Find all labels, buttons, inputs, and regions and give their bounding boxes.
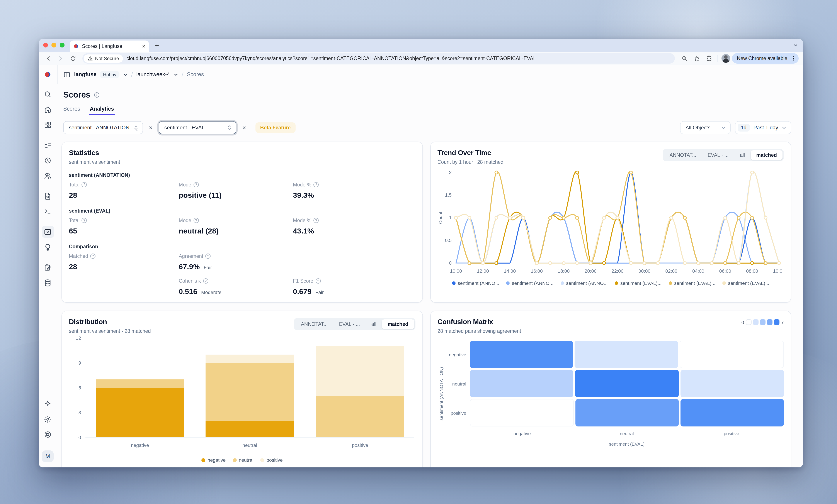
tab-list-chevron-down-icon[interactable]	[794, 41, 798, 49]
tab-scores[interactable]: Scores	[63, 106, 80, 115]
info-icon[interactable]	[94, 92, 100, 98]
browser-tab[interactable]: Scores | Langfuse ✕	[70, 40, 149, 52]
app-header: langfuse Hobby / launchweek-4 / Scores	[39, 66, 803, 84]
sidebar-item-sparkle-icon[interactable]	[42, 398, 54, 410]
breadcrumb-section: Scores	[187, 71, 204, 77]
svg-text:14:00: 14:00	[503, 268, 516, 274]
help-icon[interactable]: ?	[90, 254, 95, 259]
sidebar-item-support-icon[interactable]	[42, 428, 54, 441]
sidebar-item-prompts-icon[interactable]	[42, 190, 54, 202]
segment-option[interactable]: ANNOTAT...	[295, 319, 333, 329]
sidebar-item-evaluation-icon[interactable]	[42, 241, 54, 253]
matrix-row-label: neutral	[444, 370, 470, 397]
tab-close-icon[interactable]: ✕	[142, 44, 146, 49]
sidebar-item-datasets-icon[interactable]	[42, 277, 54, 289]
svg-text:22:00: 22:00	[611, 268, 623, 274]
remove-score2-icon[interactable]: ✕	[239, 123, 249, 133]
tab-analytics[interactable]: Analytics	[90, 106, 114, 115]
svg-text:1: 1	[449, 215, 451, 220]
sidebar-item-users-icon[interactable]	[42, 169, 54, 182]
extensions-puzzle-icon[interactable]	[704, 53, 714, 63]
sidebar-item-scores-icon[interactable]	[42, 226, 54, 238]
help-icon[interactable]: ?	[206, 254, 211, 259]
scale-swatch	[753, 319, 759, 325]
help-icon[interactable]: ?	[194, 182, 199, 187]
browser-window: Scores | Langfuse ✕ + Not Secure	[39, 39, 803, 467]
sidebar-item-settings-icon[interactable]	[42, 413, 54, 425]
help-icon[interactable]: ?	[203, 278, 208, 284]
svg-text:08:00: 08:00	[746, 268, 758, 274]
minimize-window-button[interactable]	[51, 42, 56, 47]
segment-option[interactable]: EVAL · ...	[702, 150, 734, 160]
matrix-col-label: negative	[470, 431, 574, 436]
svg-text:10:00: 10:00	[450, 268, 462, 274]
segment-option[interactable]: ANNOTAT...	[664, 150, 702, 160]
filters-row: sentiment · ANNOTATION ✕ sentiment · EVA…	[61, 121, 791, 134]
sidebar-item-annotation-icon[interactable]	[42, 261, 54, 274]
segment-option[interactable]: EVAL · ...	[334, 319, 366, 329]
sidebar-item-sessions-icon[interactable]	[42, 154, 54, 166]
statistics-card: Statistics sentiment vs sentiment sentim…	[61, 142, 423, 303]
project-chevron-down-icon[interactable]	[174, 72, 178, 77]
back-icon[interactable]	[43, 53, 54, 63]
scale-swatch	[746, 319, 751, 325]
browser-menu-kebab-icon[interactable]	[790, 55, 797, 62]
bookmark-star-icon[interactable]	[692, 53, 702, 63]
sidebar-item-home-icon[interactable]	[42, 103, 54, 115]
matrix-cell-negative-positive	[680, 341, 784, 368]
zoom-search-icon[interactable]	[679, 53, 690, 63]
user-avatar[interactable]: M	[42, 450, 54, 462]
remove-score1-icon[interactable]: ✕	[146, 123, 156, 133]
legend-item: sentiment (ANNO...	[452, 281, 499, 286]
stat-f1: F1 Score? 0.679Fair	[293, 278, 415, 296]
reload-icon[interactable]	[68, 53, 78, 63]
sidebar-item-playground-icon[interactable]	[42, 205, 54, 217]
forward-icon[interactable]	[55, 53, 66, 63]
sidebar-item-tracing-icon[interactable]	[42, 139, 54, 151]
sidebar-item-search-icon[interactable]	[42, 88, 54, 100]
section-caption: sentiment (EVAL)	[69, 208, 415, 213]
help-icon[interactable]: ?	[82, 218, 87, 223]
sidebar-item-dashboard-icon[interactable]	[42, 118, 54, 131]
score1-select[interactable]: sentiment · ANNOTATION	[63, 121, 143, 134]
segment-option[interactable]: matched	[750, 150, 783, 160]
breadcrumb-project[interactable]: launchweek-4	[136, 71, 170, 77]
url-bar[interactable]: Not Secure cloud.langfuse.com/project/cm…	[83, 53, 675, 63]
zoom-window-button[interactable]	[60, 42, 65, 47]
stat-total: Total? 28	[69, 182, 179, 200]
browser-tab-strip: Scores | Langfuse ✕ +	[39, 39, 803, 52]
close-window-button[interactable]	[43, 42, 48, 47]
segment-option[interactable]: all	[366, 319, 382, 329]
matrix-cell-positive-neutral	[576, 399, 679, 427]
help-icon[interactable]: ?	[315, 278, 321, 284]
object-type-select[interactable]: All Objects	[680, 121, 730, 134]
confusion-matrix: sentiment (ANNOTATION) negativeneutralpo…	[438, 341, 784, 447]
breadcrumb-org[interactable]: langfuse	[74, 71, 96, 77]
svg-text:2: 2	[449, 170, 451, 175]
screen: Scores | Langfuse ✕ + Not Secure	[0, 0, 837, 504]
card-title: Confusion Matrix	[438, 318, 521, 326]
help-icon[interactable]: ?	[314, 218, 319, 223]
segment-option[interactable]: all	[734, 150, 750, 160]
help-icon[interactable]: ?	[82, 182, 87, 187]
stat-agreement: Agreement? 67.9%Fair	[179, 254, 293, 272]
stat-matched: Matched? 28	[69, 254, 179, 272]
matrix-x-axis-label: sentiment (EVAL)	[470, 441, 784, 447]
card-title: Statistics	[69, 149, 415, 157]
help-icon[interactable]: ?	[194, 218, 199, 223]
org-chevron-down-icon[interactable]	[123, 72, 128, 77]
score2-select[interactable]: sentiment · EVAL	[159, 121, 236, 134]
legend-item: sentiment (ANNO...	[506, 281, 553, 286]
new-tab-button[interactable]: +	[152, 40, 162, 51]
chrome-update-pill[interactable]: New Chrome available	[732, 53, 799, 63]
heatmap-scale-legend: 0 7	[742, 319, 784, 325]
svg-text:12: 12	[76, 335, 81, 341]
date-range-select[interactable]: 1d Past 1 day	[735, 121, 791, 134]
chevron-down-icon	[721, 125, 726, 130]
not-secure-chip[interactable]: Not Secure	[84, 54, 123, 62]
sidebar-toggle-icon[interactable]	[63, 71, 71, 78]
segment-option[interactable]: matched	[382, 319, 414, 329]
card-subtitle: sentiment vs sentiment - 28 matched	[69, 329, 151, 334]
help-icon[interactable]: ?	[314, 182, 319, 187]
profile-avatar[interactable]	[722, 54, 730, 63]
